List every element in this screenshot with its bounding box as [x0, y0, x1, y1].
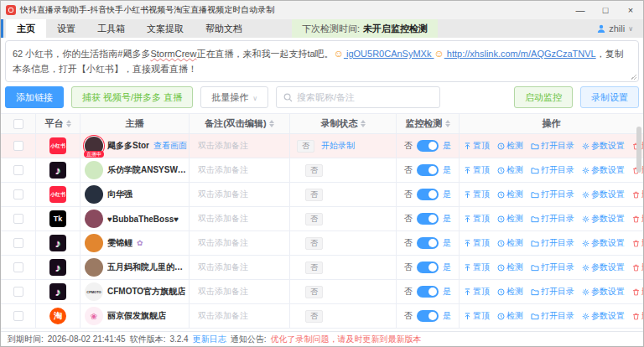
parameter-settings-button[interactable]: 参数设置: [582, 262, 625, 273]
column-header-remark[interactable]: 备注(双击编辑): [190, 114, 290, 133]
column-header-monitor[interactable]: 监控检测: [397, 114, 460, 133]
row-checkbox[interactable]: [13, 189, 23, 199]
remark-cell[interactable]: 双击添加备注: [190, 280, 290, 303]
sort-carets-icon[interactable]: [445, 120, 450, 127]
remark-cell[interactable]: 双击添加备注: [190, 304, 290, 328]
clock-icon: [497, 313, 505, 320]
pin-top-button[interactable]: 置顶: [464, 262, 490, 273]
detect-button[interactable]: 检测: [497, 213, 523, 225]
remark-cell[interactable]: 双击添加备注: [190, 231, 290, 255]
user-menu[interactable]: zhili ∨: [597, 19, 643, 38]
parameter-settings-button[interactable]: 参数设置: [582, 237, 625, 249]
remark-cell[interactable]: 双击添加备注: [190, 207, 290, 230]
delete-button[interactable]: 删除: [632, 189, 643, 200]
tab-工具箱[interactable]: 工具箱: [86, 19, 136, 38]
search-input[interactable]: [297, 92, 433, 102]
table-row: 小红书 向华强 双击添加备注 否 否 是 置顶 检测 打开目录 参数设置 删除: [1, 183, 643, 207]
record-settings-button[interactable]: 录制设置: [580, 86, 639, 108]
row-checkbox[interactable]: [13, 262, 23, 272]
remark-cell[interactable]: 双击添加备注: [190, 256, 290, 279]
detect-button[interactable]: 检测: [497, 237, 523, 249]
parameter-settings-button[interactable]: 参数设置: [582, 286, 625, 298]
tab-帮助文档[interactable]: 帮助文档: [195, 19, 253, 38]
remark-cell[interactable]: 双击添加备注: [190, 158, 290, 182]
view-screen-link[interactable]: 查看画面: [153, 140, 187, 152]
open-directory-button[interactable]: 打开目录: [531, 213, 574, 225]
pin-top-button[interactable]: 置顶: [464, 164, 490, 176]
row-checkbox[interactable]: [13, 165, 23, 175]
delete-button[interactable]: 删除: [632, 310, 643, 322]
open-directory-button[interactable]: 打开目录: [531, 164, 574, 176]
monitor-toggle[interactable]: [417, 213, 439, 225]
remark-cell[interactable]: 双击添加备注: [190, 183, 290, 206]
monitor-toggle[interactable]: [417, 189, 439, 200]
detect-button[interactable]: 检测: [497, 310, 523, 322]
pin-top-button[interactable]: 置顶: [464, 140, 490, 152]
row-checkbox[interactable]: [13, 311, 23, 321]
monitor-toggle[interactable]: [417, 237, 439, 249]
monitor-toggle[interactable]: [417, 310, 439, 322]
delete-button[interactable]: 删除: [632, 286, 643, 298]
detect-button[interactable]: 检测: [497, 164, 523, 176]
row-checkbox[interactable]: [13, 287, 23, 297]
column-header-record-status[interactable]: 录制状态: [290, 114, 397, 133]
detect-button[interactable]: 检测: [497, 286, 523, 298]
notice-link[interactable]: igOU5R0CAnSyMXk: [344, 49, 434, 59]
detect-button[interactable]: 检测: [497, 189, 523, 200]
app-window: 快抖直播录制助手-抖音快手小红书视频号淘宝直播视频定时自动录制 — □ × 主页…: [0, 0, 644, 347]
row-checkbox[interactable]: [13, 214, 23, 224]
tab-bar: 主页设置工具箱文案提取帮助文档 下次检测时间:未开启监控检测 zhili ∨: [1, 19, 643, 38]
version-value: 3.2.4: [169, 334, 188, 344]
remark-cell[interactable]: 双击添加备注: [190, 134, 290, 158]
notice-textarea[interactable]: 62 小红书，你的生活指南#飓多多StormCrew正在直播，来和我一起支持ta…: [5, 40, 639, 82]
detect-button[interactable]: 检测: [497, 140, 523, 152]
sort-carets-icon[interactable]: [361, 120, 366, 127]
pin-top-button[interactable]: 置顶: [464, 310, 490, 322]
sort-carets-icon[interactable]: [269, 120, 274, 127]
open-directory-button[interactable]: 打开目录: [531, 237, 574, 249]
capture-live-button[interactable]: 捕获 视频号/拼多多 直播: [71, 86, 193, 108]
minimize-button[interactable]: —: [568, 1, 593, 19]
batch-operation-dropdown[interactable]: 批量操作∨: [200, 86, 268, 108]
open-directory-button[interactable]: 打开目录: [531, 286, 574, 298]
close-button[interactable]: ×: [618, 1, 643, 19]
row-checkbox[interactable]: [13, 141, 23, 151]
pin-top-button[interactable]: 置顶: [464, 237, 490, 249]
pin-top-button[interactable]: 置顶: [464, 286, 490, 298]
start-record-link[interactable]: 开始录制: [321, 140, 355, 152]
select-all-checkbox[interactable]: [13, 119, 23, 129]
parameter-settings-button[interactable]: 参数设置: [582, 189, 625, 200]
pin-top-button[interactable]: 置顶: [464, 189, 490, 200]
parameter-settings-button[interactable]: 参数设置: [582, 140, 625, 152]
monitor-toggle[interactable]: [417, 262, 439, 273]
open-directory-button[interactable]: 打开目录: [531, 140, 574, 152]
row-checkbox[interactable]: [13, 238, 23, 248]
delete-button[interactable]: 删除: [632, 262, 643, 273]
detect-button[interactable]: 检测: [497, 262, 523, 273]
open-directory-button[interactable]: 打开目录: [531, 262, 574, 273]
changelog-link[interactable]: 更新日志: [193, 334, 226, 345]
tab-文案提取[interactable]: 文案提取: [136, 19, 195, 38]
parameter-settings-button[interactable]: 参数设置: [582, 310, 625, 322]
parameter-settings-button[interactable]: 参数设置: [582, 213, 625, 225]
tab-设置[interactable]: 设置: [46, 19, 86, 38]
monitor-toggle[interactable]: [417, 286, 439, 298]
open-directory-button[interactable]: 打开目录: [531, 310, 574, 322]
tab-bar-tabs: 主页设置工具箱文案提取帮助文档: [1, 19, 253, 38]
user-icon: [597, 24, 605, 33]
notice-link[interactable]: http://xhslink.com/m/AQGzCzaTNVL: [444, 49, 596, 59]
sort-carets-icon[interactable]: [66, 120, 71, 127]
add-link-button[interactable]: 添加链接: [5, 86, 64, 108]
parameter-settings-button[interactable]: 参数设置: [582, 164, 625, 176]
delete-button[interactable]: 删除: [632, 213, 643, 225]
start-monitor-button[interactable]: 启动监控: [514, 86, 573, 108]
pin-top-button[interactable]: 置顶: [464, 213, 490, 225]
column-header-platform[interactable]: 平台: [36, 114, 80, 133]
monitor-toggle[interactable]: [417, 164, 439, 176]
tab-主页[interactable]: 主页: [6, 19, 46, 38]
open-directory-button[interactable]: 打开目录: [531, 189, 574, 200]
delete-button[interactable]: 删除: [632, 237, 643, 249]
maximize-button[interactable]: □: [593, 1, 618, 19]
monitor-toggle[interactable]: [417, 140, 439, 152]
vertical-scrollbar[interactable]: [636, 127, 641, 173]
